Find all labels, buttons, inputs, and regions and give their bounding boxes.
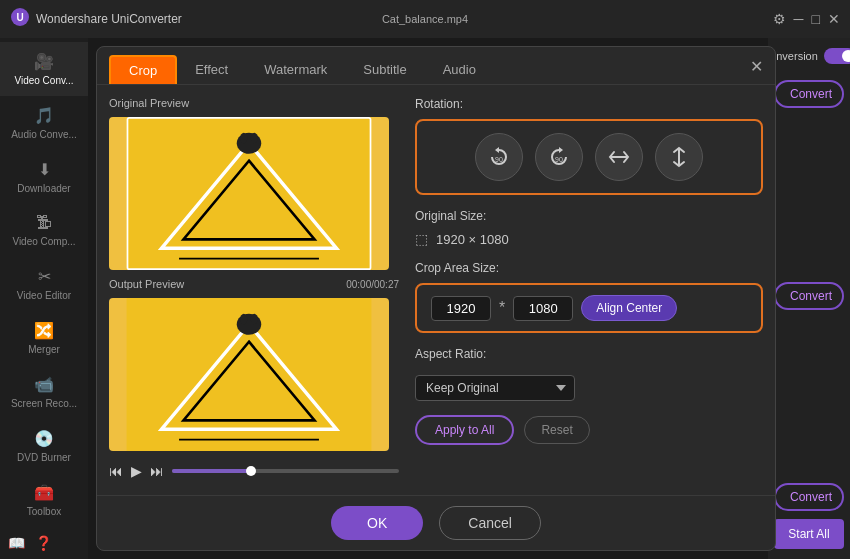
output-preview-box xyxy=(109,298,389,451)
flip-horizontal-btn[interactable] xyxy=(595,133,643,181)
size-icon: ⬚ xyxy=(415,231,428,247)
window-controls: ⚙ ─ □ ✕ xyxy=(773,11,840,27)
sidebar-item-toolbox[interactable]: 🧰 Toolbox xyxy=(0,473,88,527)
video-controls: ⏮ ▶ ⏭ xyxy=(109,459,399,483)
dialog-close-btn[interactable]: ✕ xyxy=(750,57,763,76)
editor-icon: ✂ xyxy=(38,267,51,286)
question-icon[interactable]: ❓ xyxy=(35,535,52,551)
sidebar-item-label: Video Comp... xyxy=(12,236,75,247)
audio-converter-icon: 🎵 xyxy=(34,106,54,125)
cancel-button[interactable]: Cancel xyxy=(439,506,541,540)
toolbox-icon: 🧰 xyxy=(34,483,54,502)
help-book-icon[interactable]: 📖 xyxy=(8,535,25,551)
titlebar: U Wondershare UniConverter Cat_balance.m… xyxy=(0,0,850,38)
crop-dialog: ✕ Crop Effect Watermark Subtitle Audio O… xyxy=(96,46,776,551)
sidebar-item-label: DVD Burner xyxy=(17,452,71,463)
sidebar-item-dvd-burner[interactable]: 💿 DVD Burner xyxy=(0,419,88,473)
align-center-button[interactable]: Align Center xyxy=(581,295,677,321)
start-all-button[interactable]: Start All xyxy=(774,519,844,549)
original-preview-box xyxy=(109,117,389,270)
reset-button[interactable]: Reset xyxy=(524,416,589,444)
rotation-section: Rotation: 90 90 xyxy=(415,97,763,195)
tab-crop[interactable]: Crop xyxy=(109,55,177,84)
svg-point-5 xyxy=(237,133,261,154)
apply-all-button[interactable]: Apply to All xyxy=(415,415,514,445)
convert-button-2[interactable]: Convert xyxy=(774,282,844,310)
crop-area-box: * Align Center xyxy=(415,283,763,333)
downloader-icon: ⬇ xyxy=(38,160,51,179)
original-size-section: Original Size: ⬚ 1920 × 1080 xyxy=(415,209,763,247)
toggle-knob xyxy=(842,50,850,62)
crop-area-inner: * Align Center xyxy=(431,295,747,321)
sidebar-item-downloader[interactable]: ⬇ Downloader xyxy=(0,150,88,204)
sidebar-item-video-converter[interactable]: 🎥 Video Conv... xyxy=(0,42,88,96)
original-size-value: ⬚ 1920 × 1080 xyxy=(415,231,763,247)
sidebar-bottom: 📖 ❓ xyxy=(0,527,88,559)
output-preview-header: Output Preview 00:00/00:27 xyxy=(109,278,399,290)
rotation-label: Rotation: xyxy=(415,97,763,111)
tab-effect[interactable]: Effect xyxy=(177,56,246,83)
close-btn[interactable]: ✕ xyxy=(828,11,840,27)
conversion-toggle-switch[interactable] xyxy=(824,48,850,64)
sidebar-item-video-editor[interactable]: ✂ Video Editor xyxy=(0,257,88,311)
skip-forward-btn[interactable]: ⏭ xyxy=(150,463,164,479)
flip-vertical-btn[interactable] xyxy=(655,133,703,181)
play-btn[interactable]: ▶ xyxy=(131,463,142,479)
crop-height-input[interactable] xyxy=(513,296,573,321)
output-preview-label: Output Preview xyxy=(109,278,184,290)
dialog-body: Original Preview xyxy=(97,85,775,495)
sidebar-item-label: Merger xyxy=(28,344,60,355)
dvd-icon: 💿 xyxy=(34,429,54,448)
svg-text:90: 90 xyxy=(495,156,503,163)
tab-subtitle[interactable]: Subtitle xyxy=(345,56,424,83)
settings-icon[interactable]: ⚙ xyxy=(773,11,786,27)
video-converter-icon: 🎥 xyxy=(34,52,54,71)
sidebar-item-video-compressor[interactable]: 🗜 Video Comp... xyxy=(0,204,88,257)
svg-text:90: 90 xyxy=(555,156,563,163)
main-layout: 🎥 Video Conv... 🎵 Audio Conve... ⬇ Downl… xyxy=(0,38,850,559)
progress-dot xyxy=(246,466,256,476)
tab-audio[interactable]: Audio xyxy=(425,56,494,83)
tab-watermark[interactable]: Watermark xyxy=(246,56,345,83)
svg-point-7 xyxy=(251,133,258,143)
sidebar-item-audio-converter[interactable]: 🎵 Audio Conve... xyxy=(0,96,88,150)
content-area: ✕ Crop Effect Watermark Subtitle Audio O… xyxy=(88,38,768,559)
progress-fill xyxy=(172,469,251,473)
maximize-btn[interactable]: □ xyxy=(812,11,820,27)
skip-back-btn[interactable]: ⏮ xyxy=(109,463,123,479)
sidebar-item-label: Toolbox xyxy=(27,506,61,517)
convert-button-1[interactable]: Convert xyxy=(774,80,844,108)
sidebar-item-label: Video Editor xyxy=(17,290,71,301)
sidebar-item-label: Video Conv... xyxy=(14,75,73,86)
progress-bar[interactable] xyxy=(172,469,399,473)
rotate-cw-btn[interactable]: 90 xyxy=(535,133,583,181)
sidebar: 🎥 Video Conv... 🎵 Audio Conve... ⬇ Downl… xyxy=(0,38,88,559)
svg-point-15 xyxy=(251,314,258,324)
right-panel: Rotation: 90 90 xyxy=(415,97,763,483)
svg-point-6 xyxy=(240,133,247,143)
crop-width-input[interactable] xyxy=(431,296,491,321)
crop-separator: * xyxy=(499,299,505,317)
rotate-ccw-btn[interactable]: 90 xyxy=(475,133,523,181)
aspect-ratio-select[interactable]: Keep Original 16:9 4:3 1:1 xyxy=(415,375,575,401)
rotation-box: 90 90 xyxy=(415,119,763,195)
right-panel-buttons: Conversion Convert Convert Convert Start… xyxy=(768,38,850,559)
aspect-ratio-label: Aspect Ratio: xyxy=(415,347,763,361)
sidebar-item-screen-recorder[interactable]: 📹 Screen Reco... xyxy=(0,365,88,419)
minimize-btn[interactable]: ─ xyxy=(794,11,804,27)
app-title: Wondershare UniConverter xyxy=(36,12,182,26)
crop-area-label: Crop Area Size: xyxy=(415,261,763,275)
preview-section: Original Preview xyxy=(109,97,399,483)
sidebar-item-label: Downloader xyxy=(17,183,70,194)
filename: Cat_balance.mp4 xyxy=(382,13,468,25)
sidebar-item-merger[interactable]: 🔀 Merger xyxy=(0,311,88,365)
crop-area-section: Crop Area Size: * Align Center xyxy=(415,261,763,333)
merger-icon: 🔀 xyxy=(34,321,54,340)
original-size-label: Original Size: xyxy=(415,209,763,223)
ok-button[interactable]: OK xyxy=(331,506,423,540)
action-buttons: Apply to All Reset xyxy=(415,415,763,445)
dialog-footer: OK Cancel xyxy=(97,495,775,550)
convert-button-3[interactable]: Convert xyxy=(774,483,844,511)
dialog-tabs: Crop Effect Watermark Subtitle Audio xyxy=(97,47,775,85)
svg-text:U: U xyxy=(16,12,23,23)
